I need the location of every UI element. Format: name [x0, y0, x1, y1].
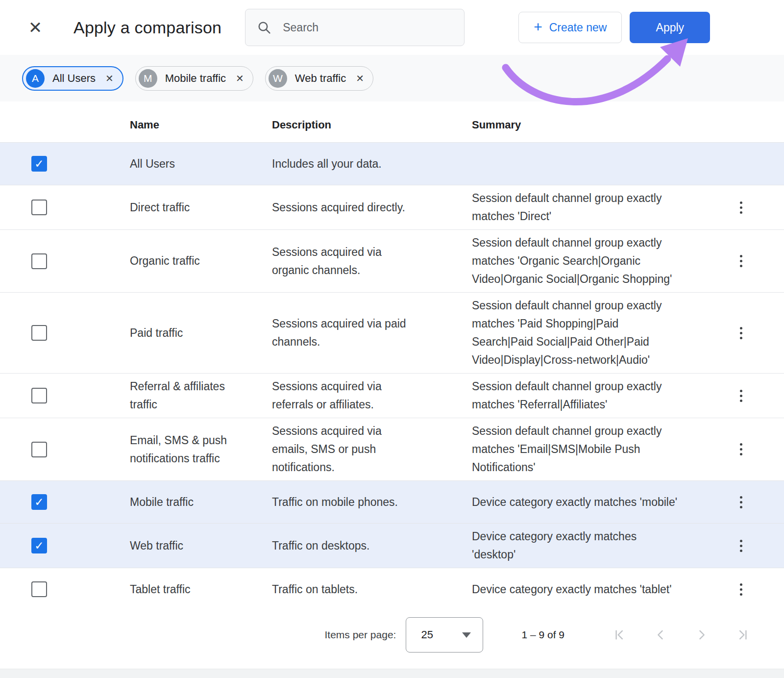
chip-close-icon[interactable]: ✕ [105, 74, 114, 83]
row-name: Web traffic [130, 537, 228, 555]
row-checkbox[interactable] [31, 253, 47, 269]
row-description: Traffic on mobile phones. [272, 493, 414, 511]
row-checkbox[interactable] [31, 200, 47, 215]
next-page-icon[interactable] [695, 628, 709, 642]
pagination-footer: Items per page: 25 1 – 9 of 9 [0, 610, 784, 659]
chip-label: All Users [52, 72, 96, 85]
row-description: Traffic on desktops. [272, 537, 414, 555]
search-input[interactable] [283, 21, 453, 34]
table-row[interactable]: Paid traffic Sessions acquired via paid … [0, 292, 784, 373]
bottom-edge-strip [0, 669, 784, 678]
row-summary: Session default channel group exactly ma… [472, 297, 678, 369]
last-page-icon[interactable] [736, 628, 750, 642]
pager-controls [612, 628, 750, 642]
plus-icon: + [534, 20, 542, 34]
row-checkbox[interactable] [31, 494, 47, 510]
row-name: Paid traffic [130, 324, 228, 342]
comparison-chips-bar: A All Users ✕ M Mobile traffic ✕ W Web t… [0, 55, 784, 101]
create-new-button[interactable]: + Create new [518, 12, 622, 43]
row-description: Sessions acquired via paid channels. [272, 315, 414, 351]
row-summary: Device category exactly matches 'desktop… [472, 527, 678, 564]
comparison-chip[interactable]: M Mobile traffic ✕ [135, 66, 253, 91]
items-per-page-select[interactable]: 25 [406, 617, 483, 653]
row-checkbox[interactable] [31, 538, 47, 553]
dialog-header: ✕ Apply a comparison + Create new Apply [0, 0, 784, 55]
row-summary: Device category exactly matches 'tablet' [472, 580, 678, 599]
close-icon[interactable]: ✕ [24, 17, 46, 38]
row-more-menu-icon[interactable] [737, 324, 745, 342]
row-checkbox[interactable] [31, 442, 47, 457]
row-description: Sessions acquired directly. [272, 199, 414, 217]
table-row[interactable]: Email, SMS & push notifications traffic … [0, 418, 784, 480]
apply-comparison-dialog: ✕ Apply a comparison + Create new Apply … [0, 0, 784, 678]
table-row[interactable]: Tablet traffic Traffic on tablets. Devic… [0, 568, 784, 610]
items-per-page-value: 25 [421, 628, 433, 641]
row-summary: Session default channel group exactly ma… [472, 377, 678, 414]
row-name: Tablet traffic [130, 580, 228, 599]
row-name: Mobile traffic [130, 493, 228, 511]
create-new-label: Create new [549, 21, 607, 34]
comparison-chip[interactable]: A All Users ✕ [22, 66, 123, 91]
row-more-menu-icon[interactable] [737, 252, 745, 270]
table-row[interactable]: Organic traffic Sessions acquired via or… [0, 229, 784, 292]
chip-avatar: M [139, 69, 157, 88]
table-header-row: Name Description Summary [0, 101, 784, 142]
table-row[interactable]: Direct traffic Sessions acquired directl… [0, 185, 784, 229]
row-summary: Session default channel group exactly ma… [472, 234, 678, 288]
first-page-icon[interactable] [612, 628, 626, 642]
items-per-page-label: Items per page: [325, 629, 396, 641]
search-icon [256, 20, 272, 35]
column-header-summary: Summary [472, 119, 698, 131]
table-row[interactable]: All Users Includes all your data. [0, 142, 784, 185]
chip-close-icon[interactable]: ✕ [356, 74, 364, 83]
row-name: All Users [130, 155, 228, 173]
row-name: Email, SMS & push notifications traffic [130, 431, 228, 468]
row-name: Organic traffic [130, 252, 228, 270]
chip-label: Web traffic [295, 72, 346, 85]
previous-page-icon[interactable] [654, 628, 667, 642]
row-description: Traffic on tablets. [272, 580, 414, 599]
row-checkbox[interactable] [31, 325, 47, 341]
row-description: Sessions acquired via emails, SMS or pus… [272, 422, 414, 477]
row-checkbox[interactable] [31, 581, 47, 597]
chip-avatar: W [269, 69, 287, 88]
page-range-label: 1 – 9 of 9 [521, 629, 564, 641]
apply-button[interactable]: Apply [630, 12, 710, 43]
table-row[interactable]: Mobile traffic Traffic on mobile phones.… [0, 480, 784, 523]
row-more-menu-icon[interactable] [737, 387, 745, 405]
chip-avatar: A [26, 69, 45, 88]
row-summary: Session default channel group exactly ma… [472, 422, 678, 477]
chip-close-icon[interactable]: ✕ [236, 74, 244, 83]
row-description: Includes all your data. [272, 155, 414, 173]
row-summary: Device category exactly matches 'mobile' [472, 493, 678, 511]
search-box[interactable] [245, 9, 465, 46]
page-title: Apply a comparison [74, 18, 221, 37]
comparison-chip[interactable]: W Web traffic ✕ [265, 66, 373, 91]
table-row[interactable]: Web traffic Traffic on desktops. Device … [0, 523, 784, 568]
row-more-menu-icon[interactable] [737, 580, 745, 599]
row-name: Referral & affiliates traffic [130, 377, 228, 414]
row-more-menu-icon[interactable] [737, 537, 745, 555]
comparison-table-body: All Users Includes all your data. Direct… [0, 142, 784, 610]
row-name: Direct traffic [130, 199, 228, 217]
table-row[interactable]: Referral & affiliates traffic Sessions a… [0, 373, 784, 418]
chip-label: Mobile traffic [165, 72, 226, 85]
column-header-description: Description [272, 119, 472, 131]
row-summary: Session default channel group exactly ma… [472, 189, 678, 226]
dropdown-arrow-icon [462, 632, 471, 638]
row-more-menu-icon[interactable] [737, 199, 745, 217]
row-more-menu-icon[interactable] [737, 493, 745, 511]
row-more-menu-icon[interactable] [737, 440, 745, 458]
row-description: Sessions acquired via organic channels. [272, 243, 414, 279]
row-checkbox[interactable] [31, 388, 47, 403]
column-header-name: Name [130, 119, 272, 131]
row-checkbox[interactable] [31, 156, 47, 172]
row-description: Sessions acquired via referrals or affil… [272, 377, 414, 414]
